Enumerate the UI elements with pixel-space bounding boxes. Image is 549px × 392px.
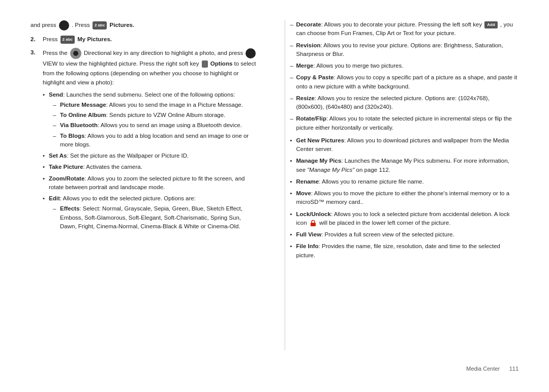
list-item: To Online Album: Sends picture to VZW On… (53, 111, 259, 119)
round-button-icon (59, 20, 69, 31)
fileinfo-text: : Provides the name, file size, resoluti… (296, 243, 500, 258)
intro-text3: Pictures. (110, 22, 135, 28)
list-item: Copy & Paste: Allows you to copy a speci… (290, 73, 519, 91)
setas-label: Set As (49, 153, 67, 159)
list-item: Rename: Allows you to rename picture fil… (290, 177, 519, 186)
managepics-label: Manage My Pics (296, 158, 342, 164)
edit-sub-list: Effects: Select: Normal, Grayscale, Sepi… (53, 204, 259, 231)
list-item: Lock/Unlock: Allows you to lock a select… (290, 210, 519, 228)
page: and press . Press 2 abc Pictures. 2. Pre… (0, 0, 549, 392)
item2-text: Press (43, 36, 57, 42)
bluetooth-label: Via Bluetooth (60, 122, 98, 128)
item2-2abc-icon: 2 abc (60, 36, 75, 44)
online-album-text: : Sends picture to VZW Online Album stor… (106, 112, 226, 118)
merge-label: Merge (296, 63, 314, 69)
list-item: Revision: Allows you to revise your pict… (290, 41, 519, 59)
send-label: Send (49, 92, 63, 98)
bluetooth-text: : Allows you to send an image using a Bl… (98, 122, 242, 128)
revision-text: : Allows you to revise your picture. Opt… (296, 42, 503, 57)
copypaste-label: Copy & Paste (296, 74, 334, 80)
rotateflip-text: : Allows you to rotate the selected pict… (296, 115, 512, 130)
pic-msg-label: Picture Message (60, 102, 106, 108)
blogs-label: To Blogs (60, 133, 84, 139)
list-item: Set As: Set the picture as the Wallpaper… (43, 152, 259, 160)
list-item: Edit: Allows you to edit the selected pi… (43, 194, 259, 231)
managepics-italic: "Manage My Pics" (307, 167, 354, 173)
numbered-item-2: 2. Press 2 abc My Pictures. (30, 35, 259, 44)
lockunlock-label: Lock/Unlock (296, 211, 331, 217)
fullview-text: : Provides a full screen view of the sel… (321, 231, 454, 237)
options-button-icon (202, 61, 208, 68)
item3-text3: VIEW to view the highlighted picture. Pr… (43, 61, 199, 67)
item3-number: 3. (30, 48, 43, 233)
online-album-label: To Online Album (60, 112, 106, 118)
2abc-button-icon: 2 abc (93, 21, 107, 29)
item2-label: My Pictures. (77, 36, 112, 42)
pic-msg-text: : Allows you to send the image in a Pict… (106, 102, 243, 108)
fullview-label: Full View (296, 231, 322, 237)
getnew-label: Get New Pictures (296, 137, 345, 143)
list-item: Merge: Allows you to merge two pictures. (290, 62, 519, 70)
intro-line: and press . Press 2 abc Pictures. (30, 20, 259, 31)
page-footer: Media Center 111 (30, 360, 518, 372)
decorate-text: : Allows you to decorate your picture. P… (321, 21, 484, 27)
options-list: Send: Launches the send submenu. Select … (43, 91, 259, 231)
send-text: : Launches the send submenu. Select one … (63, 92, 235, 98)
list-item: Via Bluetooth: Allows you to send an ima… (53, 121, 259, 130)
nav-button-icon (70, 48, 81, 59)
list-item: Manage My Pics: Launches the Manage My P… (290, 157, 519, 174)
lockunlock-text2: will be placed in the lower left corner … (319, 220, 450, 226)
move-label: Move (296, 190, 311, 196)
intro-text2: . Press (72, 22, 90, 28)
footer-text: Media Center (466, 366, 500, 372)
item2-content: Press 2 abc My Pictures. (43, 35, 259, 44)
revision-label: Revision (296, 42, 321, 48)
numbered-item-3: 3. Press the Directional key in any dire… (30, 48, 259, 233)
round-button2-icon (246, 48, 256, 58)
list-item: Picture Message: Allows you to send the … (53, 101, 259, 109)
list-item: Get New Pictures: Allows you to download… (290, 136, 519, 154)
list-item: Full View: Provides a full screen view o… (290, 230, 519, 239)
effects-label: Effects (60, 205, 79, 212)
resize-text: : Allows you to resize the selected pict… (296, 95, 490, 110)
resize-label: Resize (296, 95, 315, 101)
edit-text: : Allows you to edit the selected pictur… (60, 195, 196, 201)
rename-label: Rename (296, 178, 319, 185)
decorate-label: Decorate (296, 21, 321, 27)
merge-text: : Allows you to merge two pictures. (313, 63, 403, 69)
left-column: and press . Press 2 abc Pictures. 2. Pre… (30, 20, 264, 350)
edit-label: Edit (49, 195, 60, 201)
right-dot-list: Get New Pictures: Allows you to download… (290, 136, 519, 260)
right-column: Decorate: Allows you to decorate your pi… (285, 20, 519, 350)
item3-text4: Options (210, 61, 232, 67)
managepics-text2: on page 112. (354, 167, 390, 173)
blogs-text: : Allows you to add a blog location and … (60, 133, 249, 147)
takepic-label: Take Picture (49, 164, 83, 170)
list-item: Rotate/Flip: Allows you to rotate the se… (290, 114, 519, 132)
list-item: File Info: Provides the name, file size,… (290, 242, 519, 260)
list-item: Resize: Allows you to resize the selecte… (290, 94, 519, 112)
list-item: Zoom/Rotate: Allows you to zoom the sele… (43, 174, 259, 192)
right-dash-list: Decorate: Allows you to decorate your pi… (290, 20, 519, 132)
item2-number: 2. (30, 35, 43, 44)
svg-rect-0 (311, 223, 316, 226)
takepic-text: : Activates the camera. (83, 164, 142, 170)
setas-text: : Set the picture as the Wallpaper or Pi… (67, 153, 189, 159)
send-sub-list: Picture Message: Allows you to send the … (53, 101, 259, 149)
add-button-icon: Add (484, 21, 498, 28)
list-item: To Blogs: Allows you to add a blog locat… (53, 132, 259, 149)
list-item: Effects: Select: Normal, Grayscale, Sepi… (53, 204, 259, 231)
rotateflip-label: Rotate/Flip (296, 115, 326, 122)
fileinfo-label: File Info (296, 243, 319, 249)
item3-content: Press the Directional key in any directi… (43, 48, 259, 233)
columns: and press . Press 2 abc Pictures. 2. Pre… (30, 20, 518, 350)
list-item: Move: Allows you to move the picture to … (290, 189, 519, 207)
lock-icon (310, 220, 317, 227)
list-item: Send: Launches the send submenu. Select … (43, 91, 259, 149)
move-text: : Allows you to move the picture to eith… (296, 190, 510, 205)
item3-text1: Press the (43, 50, 68, 56)
list-item: Decorate: Allows you to decorate your pi… (290, 20, 519, 38)
page-number: 111 (509, 366, 518, 372)
effects-text: : Select: Normal, Grayscale, Sepia, Gree… (60, 205, 242, 229)
item3-text2: Directional key in any direction to high… (84, 50, 243, 56)
